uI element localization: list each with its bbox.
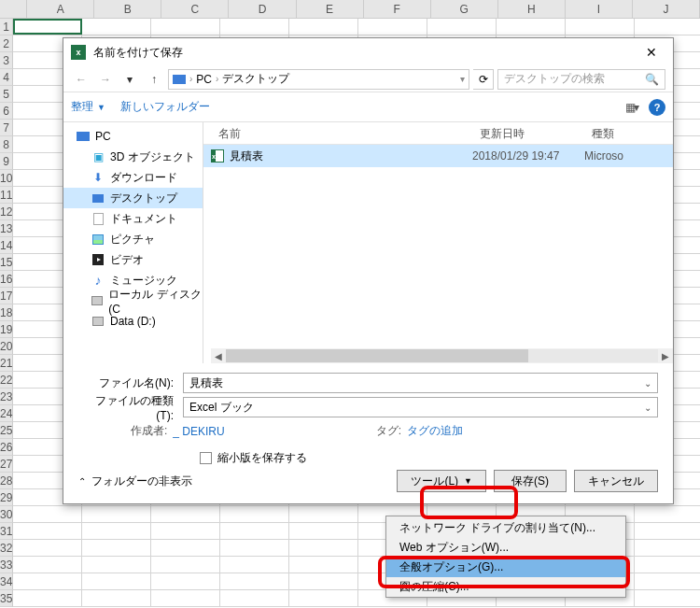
row-header[interactable]: 29	[0, 489, 13, 506]
folder-tree[interactable]: PC ▣3D オブジェクト⬇ダウンロードデスクトップドキュメントピクチャビデオ♪…	[63, 122, 203, 363]
file-row[interactable]: x見積表2018/01/29 19:47Microso	[203, 145, 673, 167]
row-header[interactable]: 13	[0, 220, 13, 237]
col-header[interactable]: C	[161, 0, 229, 18]
row-header[interactable]: 7	[0, 120, 13, 136]
tree-item-pc[interactable]: PC	[63, 126, 203, 147]
row-header[interactable]: 25	[0, 422, 13, 439]
row-header[interactable]: 11	[0, 187, 13, 204]
tag-label: タグ:	[376, 423, 401, 439]
menu-item[interactable]: 図の圧縮(C)...	[386, 577, 625, 597]
row-header[interactable]: 9	[0, 153, 13, 170]
up-button[interactable]: ↑	[144, 69, 164, 90]
tree-item[interactable]: ドキュメント	[63, 208, 203, 229]
row-header[interactable]: 4	[0, 69, 13, 86]
row-header[interactable]: 20	[0, 338, 13, 355]
organize-button[interactable]: 整理▼	[71, 99, 105, 115]
row-header[interactable]: 16	[0, 271, 13, 288]
row-header[interactable]: 34	[0, 573, 13, 590]
menu-item[interactable]: Web オプション(W)...	[386, 538, 625, 558]
help-button[interactable]: ?	[649, 99, 665, 116]
row-header[interactable]: 26	[0, 439, 13, 456]
filetype-label: ファイルの種類(T):	[78, 393, 177, 422]
row-header[interactable]: 8	[0, 136, 13, 153]
tree-item[interactable]: ⬇ダウンロード	[63, 167, 203, 188]
tree-item[interactable]: ピクチャ	[63, 229, 203, 249]
back-button[interactable]: ←	[71, 69, 91, 90]
file-list-header[interactable]: 名前 更新日時 種類	[203, 122, 673, 145]
row-header[interactable]: 6	[0, 103, 13, 120]
recent-button[interactable]: ▾	[119, 69, 140, 90]
hide-folders-button[interactable]: ⌃ フォルダーの非表示	[78, 474, 192, 489]
row-header[interactable]: 27	[0, 456, 13, 473]
col-header[interactable]: I	[566, 0, 633, 18]
search-icon: 🔍	[645, 73, 659, 86]
row-header[interactable]: 35	[0, 590, 13, 607]
tree-item[interactable]: ビデオ	[63, 249, 203, 270]
excel-icon: x	[71, 45, 86, 60]
new-folder-button[interactable]: 新しいフォルダー	[120, 99, 210, 115]
row-header[interactable]: 21	[0, 355, 13, 372]
col-header[interactable]: H	[498, 0, 566, 18]
row-header[interactable]: 10	[0, 170, 13, 187]
row-header[interactable]: 33	[0, 557, 13, 573]
author-label: 作成者:	[131, 423, 167, 439]
col-header[interactable]: B	[94, 0, 161, 18]
dialog-title: 名前を付けて保存	[93, 45, 637, 61]
col-header[interactable]: J	[633, 0, 700, 18]
row-header[interactable]: 1	[0, 19, 13, 35]
search-placeholder: デスクトップの検索	[504, 71, 645, 87]
row-header[interactable]: 28	[0, 473, 13, 489]
thumbnail-checkbox[interactable]	[200, 452, 212, 464]
save-as-dialog: x 名前を付けて保存 ✕ ← → ▾ ↑ › PC › デスクトップ ▾ ⟳ デ…	[63, 37, 674, 504]
tag-value[interactable]: タグの追加	[407, 423, 463, 439]
tree-item[interactable]: ▣3D オブジェクト	[63, 147, 203, 167]
row-header[interactable]: 12	[0, 204, 13, 220]
col-header[interactable]: G	[431, 0, 498, 18]
filetype-select[interactable]: Excel ブック⌄	[183, 397, 658, 417]
row-header[interactable]: 30	[0, 506, 13, 523]
path-input[interactable]: › PC › デスクトップ ▾	[168, 69, 469, 90]
path-segment-location[interactable]: デスクトップ	[222, 71, 289, 87]
filename-label: ファイル名(N):	[78, 375, 177, 391]
cancel-button[interactable]: キャンセル	[574, 470, 658, 492]
row-header[interactable]: 14	[0, 237, 13, 254]
author-value[interactable]: _ DEKIRU	[173, 425, 224, 438]
save-button[interactable]: 保存(S)	[494, 470, 567, 492]
row-header[interactable]: 24	[0, 405, 13, 422]
view-button[interactable]: ▦▾	[625, 101, 637, 114]
row-header[interactable]: 19	[0, 321, 13, 338]
refresh-button[interactable]: ⟳	[473, 69, 494, 90]
row-header[interactable]: 23	[0, 389, 13, 405]
file-list[interactable]: 名前 更新日時 種類 x見積表2018/01/29 19:47Microso ◀…	[203, 122, 673, 363]
close-button[interactable]: ✕	[637, 45, 665, 60]
col-header[interactable]: A	[27, 0, 94, 18]
path-segment-pc[interactable]: PC	[196, 73, 212, 86]
menu-item[interactable]: 全般オプション(G)...	[386, 558, 625, 577]
col-header[interactable]: F	[364, 0, 431, 18]
row-header[interactable]: 2	[0, 35, 13, 52]
tree-item[interactable]: ローカル ディスク (C	[63, 290, 203, 311]
row-header[interactable]: 31	[0, 523, 13, 540]
horizontal-scrollbar[interactable]: ◀ ▶	[211, 348, 673, 363]
row-header[interactable]: 18	[0, 304, 13, 321]
row-header[interactable]: 15	[0, 254, 13, 271]
row-header[interactable]: 22	[0, 372, 13, 389]
col-header[interactable]: D	[229, 0, 296, 18]
tools-button[interactable]: ツール(L)▼	[397, 470, 486, 492]
col-header[interactable]: E	[297, 0, 364, 18]
pc-icon	[173, 75, 186, 84]
address-bar: ← → ▾ ↑ › PC › デスクトップ ▾ ⟳ デスクトップの検索 🔍	[63, 66, 673, 92]
thumbnail-label[interactable]: 縮小版を保存する	[217, 450, 307, 466]
tree-item[interactable]: デスクトップ	[63, 188, 203, 208]
menu-item[interactable]: ネットワーク ドライブの割り当て(N)...	[386, 518, 625, 538]
row-header[interactable]: 5	[0, 86, 13, 103]
filename-input[interactable]: 見積表⌄	[183, 373, 658, 393]
titlebar: x 名前を付けて保存 ✕	[63, 38, 673, 66]
row-header[interactable]: 32	[0, 540, 13, 557]
row-header[interactable]: 17	[0, 288, 13, 304]
search-input[interactable]: デスクトップの検索 🔍	[497, 69, 665, 90]
tools-menu: ネットワーク ドライブの割り当て(N)...Web オプション(W)...全般オ…	[385, 516, 626, 598]
row-header[interactable]: 3	[0, 52, 13, 69]
toolbar: 整理▼ 新しいフォルダー ▦▾ ?	[63, 92, 673, 122]
forward-button[interactable]: →	[95, 69, 116, 90]
